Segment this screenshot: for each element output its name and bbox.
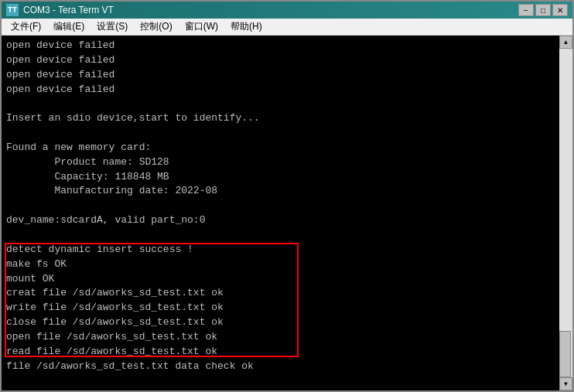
scroll-down-button[interactable]: ▼ — [559, 377, 572, 390]
title-bar: TT COM3 - Tera Term VT − □ ✕ — [2, 2, 572, 19]
scroll-up-button[interactable]: ▲ — [559, 36, 572, 49]
title-controls: − □ ✕ — [518, 4, 568, 16]
scrollbar[interactable]: ▲ ▼ — [559, 36, 572, 390]
window-title: COM3 - Tera Term VT — [23, 5, 114, 15]
menu-bar: 文件(F)编辑(E)设置(S)控制(O)窗口(W)帮助(H) — [2, 19, 572, 36]
maximize-button[interactable]: □ — [535, 4, 551, 16]
terminal-content[interactable]: open device failed open device failed op… — [2, 36, 559, 390]
title-bar-left: TT COM3 - Tera Term VT — [6, 4, 114, 16]
app-icon: TT — [6, 4, 19, 16]
menu-item[interactable]: 窗口(W) — [179, 19, 224, 35]
menu-item[interactable]: 控制(O) — [134, 19, 178, 35]
menu-item[interactable]: 设置(S) — [91, 19, 134, 35]
scrollbar-thumb[interactable] — [559, 331, 571, 377]
menu-item[interactable]: 编辑(E) — [47, 19, 91, 35]
menu-item[interactable]: 帮助(H) — [224, 19, 268, 35]
scrollbar-track[interactable] — [559, 49, 572, 377]
close-button[interactable]: ✕ — [552, 4, 568, 16]
window: TT COM3 - Tera Term VT − □ ✕ 文件(F)编辑(E)设… — [0, 0, 574, 392]
menu-item[interactable]: 文件(F) — [5, 19, 47, 35]
terminal-wrapper: open device failed open device failed op… — [2, 36, 572, 390]
minimize-button[interactable]: − — [518, 4, 534, 16]
